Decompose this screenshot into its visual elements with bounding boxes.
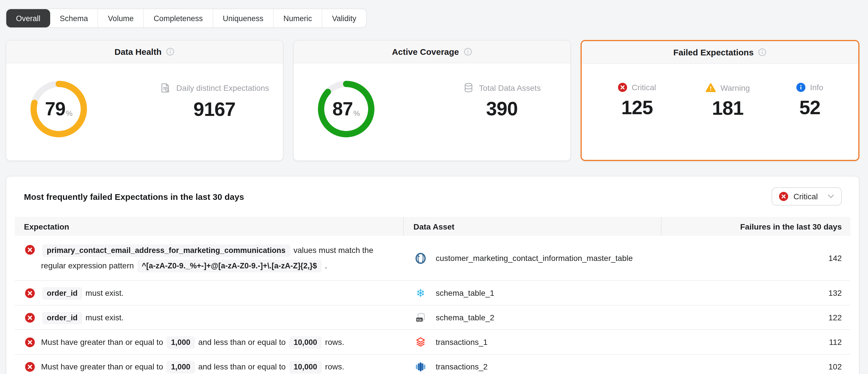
table-row[interactable]: order_id must exist. ❄ schema_table_1 13…	[15, 280, 850, 305]
tab-volume[interactable]: Volume	[98, 9, 144, 27]
expectations-document-icon	[160, 82, 171, 94]
databricks-icon	[414, 336, 427, 348]
tab-schema[interactable]: Schema	[50, 9, 98, 27]
stat-value: 181	[712, 97, 743, 119]
value-chip: 10,000	[289, 361, 322, 373]
stat-label-row: Warning	[706, 83, 750, 92]
critical-icon	[25, 288, 35, 298]
info-filled-icon	[797, 83, 806, 92]
failed-expectations-header: Failed Expectations	[582, 41, 858, 64]
failures-cell: 102	[661, 354, 850, 374]
info-icon[interactable]	[166, 48, 175, 56]
expectation-cell: order_id must exist.	[15, 281, 403, 305]
section-title: Most frequently failed Expectations in t…	[24, 192, 244, 201]
gauge-percent-sign: %	[66, 109, 72, 118]
table-row[interactable]: Must have greater than or equal to 1,000…	[15, 329, 850, 354]
column-name-chip: order_id	[42, 312, 82, 324]
data-health-card: Data Health 79 %	[6, 40, 283, 161]
value-chip: 1,000	[166, 361, 195, 373]
info-stat: Info 52	[797, 83, 824, 119]
card-title: Active Coverage	[392, 47, 459, 57]
failures-cell: 142	[661, 236, 850, 280]
failures-cell: 132	[661, 281, 850, 305]
expectation-description: primary_contact_email_address_for_market…	[41, 243, 403, 274]
column-header-expectation: Expectation	[15, 217, 403, 236]
critical-stat: Critical 125	[618, 83, 656, 119]
failed-expectations-table-card: Most frequently failed Expectations in t…	[6, 176, 860, 374]
tab-overall[interactable]: Overall	[6, 9, 50, 27]
critical-icon	[779, 192, 788, 201]
gauge-number: 79	[45, 98, 65, 120]
stat-label-row: Info	[797, 83, 824, 92]
data-health-body: 79 %	[6, 63, 283, 161]
stat-value: 125	[621, 96, 653, 119]
total-data-assets-stat: Total Data Assets 390	[433, 82, 570, 120]
data-asset-cell: ❄ schema_table_1	[403, 281, 661, 305]
column-header-data-asset: Data Asset	[403, 217, 661, 236]
active-coverage-gauge: 87 %	[318, 81, 375, 138]
table-header: Expectation Data Asset Failures in the l…	[15, 217, 850, 236]
active-coverage-header: Active Coverage	[294, 40, 570, 63]
kpi-cards-row: Data Health 79 %	[6, 40, 860, 161]
failures-cell: 112	[661, 330, 850, 354]
data-asset-name: schema_table_1	[436, 288, 494, 297]
expectation-cell: Must have greater than or equal to 1,000…	[15, 354, 403, 374]
expectation-cell: primary_contact_email_address_for_market…	[15, 236, 403, 280]
expectation-cell: Must have greater than or equal to 1,000…	[15, 330, 403, 354]
stat-value: 52	[799, 96, 820, 119]
stat-value: 390	[486, 98, 518, 120]
stat-label: Total Data Assets	[479, 83, 540, 92]
table-row[interactable]: order_id must exist. SQL schema_table_2 …	[15, 305, 850, 329]
table-row[interactable]: primary_contact_email_address_for_market…	[15, 236, 850, 280]
stat-value: 9167	[193, 98, 235, 120]
database-icon	[463, 82, 474, 93]
stat-label: Critical	[631, 83, 656, 92]
card-title: Data Health	[114, 47, 161, 57]
critical-icon	[25, 245, 35, 255]
active-coverage-body: 87 % Total Data Assets	[294, 63, 570, 161]
expectation-description: order_id must exist.	[41, 285, 129, 300]
severity-filter-value: Critical	[793, 192, 818, 201]
warning-stat: Warning 181	[706, 83, 750, 119]
stat-label: Info	[810, 83, 824, 92]
redshift-icon	[414, 361, 427, 373]
expectation-description: Must have greater than or equal to 1,000…	[41, 359, 350, 374]
sql-database-icon: SQL	[414, 312, 427, 323]
regex-pattern-chip: ^[a-zA-Z0-9._%+-]+@[a-zA-Z0-9.-]+\.[a-zA…	[137, 260, 321, 272]
critical-icon	[25, 313, 35, 322]
data-health-header: Data Health	[6, 40, 283, 63]
expectation-cell: order_id must exist.	[15, 306, 403, 329]
info-icon[interactable]	[464, 48, 472, 56]
data-asset-name: schema_table_2	[436, 313, 494, 322]
daily-expectations-stat: Daily distinct Expectations 9167	[146, 82, 283, 120]
postgresql-icon	[414, 252, 427, 264]
expectation-description: order_id must exist.	[41, 310, 129, 325]
tab-validity[interactable]: Validity	[322, 9, 366, 27]
data-asset-cell: transactions_1	[403, 330, 661, 354]
data-asset-cell: transactions_2	[403, 354, 661, 374]
tab-uniqueness[interactable]: Uniqueness	[212, 9, 273, 27]
stat-label-row: Daily distinct Expectations	[160, 82, 269, 94]
table-toolbar: Most frequently failed Expectations in t…	[24, 176, 842, 217]
table-row[interactable]: Must have greater than or equal to 1,000…	[15, 354, 850, 374]
tab-completeness[interactable]: Completeness	[144, 9, 213, 27]
value-chip: 10,000	[289, 336, 322, 349]
tab-numeric[interactable]: Numeric	[273, 9, 322, 27]
failed-expectations-table: Expectation Data Asset Failures in the l…	[15, 217, 850, 374]
data-asset-name: transactions_1	[436, 338, 488, 347]
stat-label-row: Critical	[618, 83, 656, 92]
metric-tabs: Overall Schema Volume Completeness Uniqu…	[6, 8, 366, 28]
critical-icon	[25, 362, 35, 371]
column-header-failures: Failures in the last 30 days	[661, 217, 850, 236]
data-asset-cell: customer_marketing_contact_information_m…	[403, 236, 661, 280]
svg-text:SQL: SQL	[416, 318, 422, 321]
stat-label: Daily distinct Expectations	[176, 83, 269, 92]
critical-icon	[618, 83, 627, 92]
info-icon[interactable]	[758, 48, 767, 57]
severity-filter-dropdown[interactable]: Critical	[772, 187, 842, 206]
active-coverage-card: Active Coverage 87 %	[293, 40, 571, 161]
column-name-chip: primary_contact_email_address_for_market…	[42, 244, 290, 257]
failures-cell: 122	[661, 306, 850, 329]
failed-expectations-card: Failed Expectations Critical 125	[581, 40, 860, 161]
data-asset-name: transactions_2	[436, 362, 488, 371]
